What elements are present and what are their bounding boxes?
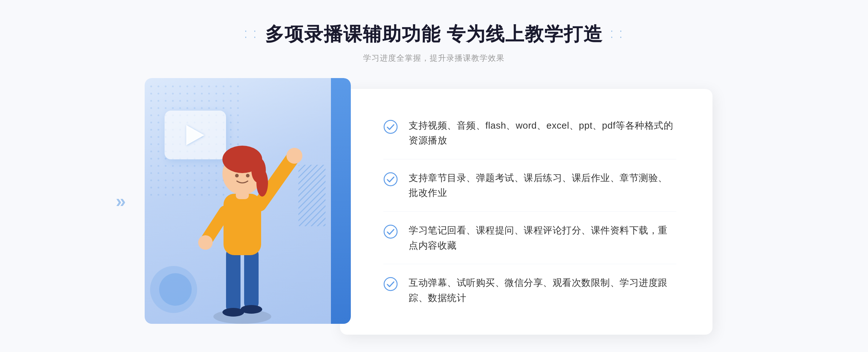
main-panel: » [145,78,723,324]
svg-rect-6 [244,248,259,309]
feature-text-3: 学习笔记回看、课程提问、课程评论打分、课件资料下载，重点内容收藏 [409,223,676,253]
svg-point-18 [256,169,268,197]
feature-item-1: 支持视频、音频、flash、word、excel、ppt、pdf等各种格式的资源… [383,107,676,159]
svg-point-13 [286,148,302,164]
page-subtitle: 学习进度全掌握，提升录播课教学效果 [244,53,624,64]
svg-point-8 [241,305,262,314]
svg-point-21 [384,120,397,133]
svg-point-19 [235,174,239,177]
header-title-row: ⁚ ⁚ 多项录播课辅助功能 专为线上教学打造 ⁚ ⁚ [244,22,624,47]
decorative-dots-right: ⁚ ⁚ [610,29,624,40]
feature-text-2: 支持章节目录、弹题考试、课后练习、课后作业、章节测验、批改作业 [409,171,676,201]
check-icon-3 [383,224,398,239]
feature-item-4: 互动弹幕、试听购买、微信分享、观看次数限制、学习进度跟踪、数据统计 [383,265,676,316]
chevrons-left-icon: » [116,194,126,208]
feature-item-2: 支持章节目录、弹题考试、课后练习、课后作业、章节测验、批改作业 [383,160,676,212]
character-illustration [170,107,315,324]
page-container: ⁚ ⁚ 多项录播课辅助功能 专为线上教学打造 ⁚ ⁚ 学习进度全掌握，提升录播课… [0,0,868,352]
feature-text-1: 支持视频、音频、flash、word、excel、ppt、pdf等各种格式的资源… [409,118,676,148]
page-title: 多项录播课辅助功能 专为线上教学打造 [265,22,603,47]
character-svg [170,107,315,324]
blue-stripe-decoration [331,78,351,324]
feature-item-3: 学习笔记回看、课程提问、课程评论打分、课件资料下载，重点内容收藏 [383,212,676,264]
feature-text-4: 互动弹幕、试听购买、微信分享、观看次数限制、学习进度跟踪、数据统计 [409,275,676,305]
svg-rect-5 [226,248,241,313]
svg-point-23 [384,225,397,238]
svg-point-20 [246,174,250,177]
svg-point-22 [384,173,397,186]
header-section: ⁚ ⁚ 多项录播课辅助功能 专为线上教学打造 ⁚ ⁚ 学习进度全掌握，提升录播课… [244,0,624,64]
check-icon-1 [383,120,398,134]
left-illustration-card [145,78,351,324]
decorative-dots-left: ⁚ ⁚ [244,29,258,40]
check-icon-2 [383,172,398,186]
svg-point-12 [198,235,213,250]
svg-point-24 [384,278,397,291]
check-icon-4 [383,277,398,291]
right-features-card: 支持视频、音频、flash、word、excel、ppt、pdf等各种格式的资源… [340,89,712,335]
